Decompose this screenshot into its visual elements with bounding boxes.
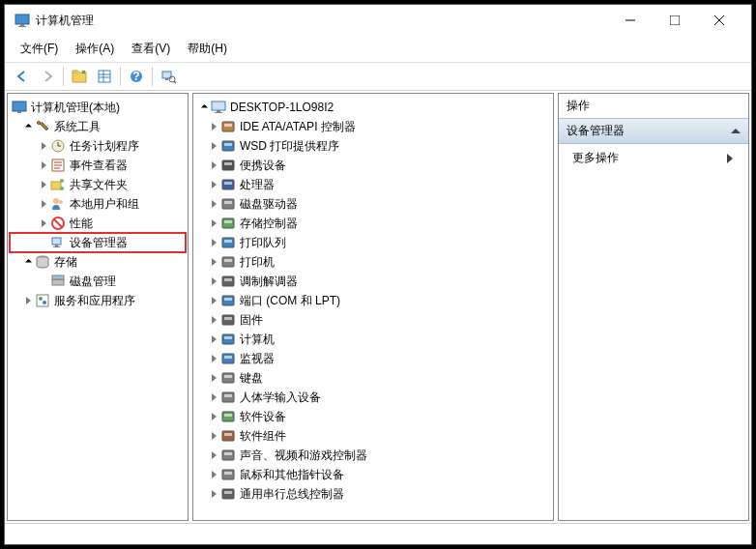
- chevron-right-icon[interactable]: [207, 294, 220, 307]
- svg-rect-67: [224, 317, 232, 320]
- actions-header: 操作: [559, 94, 748, 118]
- window-title: 计算机管理: [36, 13, 608, 29]
- help-button[interactable]: ?: [125, 65, 148, 88]
- minimize-button[interactable]: [608, 6, 653, 35]
- chevron-down-icon[interactable]: [197, 101, 211, 114]
- chevron-right-icon[interactable]: [207, 255, 220, 269]
- close-button[interactable]: [697, 6, 741, 35]
- device-category[interactable]: 通用串行总线控制器: [195, 484, 551, 504]
- svg-point-41: [39, 297, 43, 301]
- device-category[interactable]: 计算机: [195, 330, 551, 349]
- chevron-right-icon[interactable]: [207, 159, 220, 172]
- actions-category[interactable]: 设备管理器: [559, 118, 748, 144]
- chevron-right-icon[interactable]: [207, 390, 220, 404]
- chevron-right-icon[interactable]: [207, 371, 220, 385]
- chevron-right-icon[interactable]: [207, 410, 220, 423]
- tree-services[interactable]: 服务和应用程序: [10, 291, 186, 310]
- tree-item[interactable]: 事件查看器: [10, 156, 186, 175]
- device-category[interactable]: 便携设备: [195, 156, 551, 175]
- device-category[interactable]: 存储控制器: [195, 214, 551, 233]
- device-icon: [220, 486, 236, 502]
- menu-operations[interactable]: 操作(A): [68, 38, 122, 60]
- tree-device-manager[interactable]: 设备管理器: [10, 233, 186, 252]
- chevron-right-icon[interactable]: [207, 313, 220, 327]
- device-category[interactable]: 打印机: [195, 252, 551, 272]
- device-category[interactable]: 声音、视频和游戏控制器: [195, 446, 551, 465]
- device-root[interactable]: DESKTOP-1LO98I2: [195, 98, 551, 117]
- chevron-right-icon[interactable]: [37, 159, 50, 172]
- device-category[interactable]: 磁盘驱动器: [195, 194, 551, 214]
- svg-rect-39: [52, 275, 64, 279]
- device-icon: [220, 332, 236, 347]
- tree-item[interactable]: 本地用户和组: [10, 194, 186, 214]
- device-category[interactable]: 键盘: [195, 368, 551, 388]
- services-icon: [35, 293, 50, 308]
- device-category[interactable]: 打印队列: [195, 233, 551, 252]
- maximize-button[interactable]: [653, 6, 697, 35]
- tree-root[interactable]: 计算机管理(本地): [10, 98, 186, 117]
- chevron-right-icon[interactable]: [207, 448, 220, 462]
- device-category[interactable]: 调制解调器: [195, 272, 551, 291]
- scan-button[interactable]: [157, 65, 180, 88]
- chevron-right-icon[interactable]: [207, 197, 220, 211]
- folder-button[interactable]: [68, 65, 91, 88]
- svg-point-42: [43, 301, 46, 304]
- device-icon: [220, 448, 236, 463]
- chevron-right-icon[interactable]: [207, 332, 220, 346]
- chevron-right-icon[interactable]: [207, 236, 220, 249]
- chevron-down-icon[interactable]: [21, 120, 35, 133]
- device-category[interactable]: 处理器: [195, 175, 551, 194]
- tree-storage[interactable]: 存储: [10, 252, 186, 272]
- device-category[interactable]: 鼠标和其他指针设备: [195, 465, 551, 484]
- svg-rect-77: [224, 414, 232, 417]
- device-category[interactable]: 软件设备: [195, 407, 551, 426]
- chevron-right-icon[interactable]: [21, 294, 35, 307]
- more-actions[interactable]: 更多操作: [559, 144, 748, 172]
- collapse-icon[interactable]: [731, 127, 741, 136]
- menu-help[interactable]: 帮助(H): [180, 38, 235, 60]
- device-category[interactable]: 端口 (COM 和 LPT): [195, 291, 551, 310]
- menu-view[interactable]: 查看(V): [124, 38, 178, 60]
- device-icon: [220, 119, 236, 134]
- device-category[interactable]: WSD 打印提供程序: [195, 136, 551, 156]
- svg-rect-35: [55, 245, 58, 246]
- chevron-right-icon[interactable]: [207, 120, 220, 133]
- chevron-right-icon[interactable]: [207, 217, 220, 230]
- chevron-right-icon[interactable]: [37, 139, 50, 153]
- navigation-tree[interactable]: 计算机管理(本地) 系统工具 任务计划程序 事件查看器 共享文件夹 本地用户和组…: [7, 93, 189, 521]
- device-category[interactable]: 人体学输入设备: [195, 388, 551, 407]
- chevron-right-icon[interactable]: [37, 178, 50, 191]
- tree-item[interactable]: 磁盘管理: [10, 272, 186, 291]
- chevron-right-icon[interactable]: [207, 429, 220, 443]
- titlebar: 计算机管理: [5, 5, 751, 36]
- device-icon: [220, 235, 236, 250]
- device-category[interactable]: 监视器: [195, 349, 551, 368]
- forward-button[interactable]: [36, 65, 59, 88]
- detail-view-button[interactable]: [93, 65, 116, 88]
- chevron-right-icon[interactable]: [207, 468, 220, 481]
- menu-file[interactable]: 文件(F): [13, 38, 66, 60]
- perf-icon: [50, 216, 66, 231]
- tree-item[interactable]: 任务计划程序: [10, 136, 186, 156]
- svg-line-17: [174, 81, 176, 83]
- chevron-right-icon[interactable]: [207, 352, 220, 365]
- device-category[interactable]: IDE ATA/ATAPI 控制器: [195, 117, 551, 136]
- tree-item[interactable]: 共享文件夹: [10, 175, 186, 194]
- device-category[interactable]: 固件: [195, 310, 551, 330]
- svg-rect-69: [224, 336, 232, 339]
- tree-item[interactable]: 性能: [10, 214, 186, 233]
- tree-systools[interactable]: 系统工具: [10, 117, 186, 136]
- device-icon: [220, 293, 236, 308]
- device-category[interactable]: 软件组件: [195, 426, 551, 446]
- chevron-right-icon[interactable]: [207, 487, 220, 501]
- svg-rect-34: [52, 238, 61, 245]
- chevron-right-icon[interactable]: [207, 139, 220, 153]
- chevron-right-icon[interactable]: [37, 217, 50, 230]
- chevron-right-icon[interactable]: [207, 274, 220, 288]
- svg-rect-85: [224, 491, 232, 494]
- chevron-right-icon[interactable]: [207, 178, 220, 191]
- chevron-right-icon[interactable]: [37, 197, 50, 211]
- device-tree[interactable]: DESKTOP-1LO98I2 IDE ATA/ATAPI 控制器WSD 打印提…: [192, 93, 554, 521]
- back-button[interactable]: [11, 65, 34, 88]
- chevron-down-icon[interactable]: [21, 255, 35, 269]
